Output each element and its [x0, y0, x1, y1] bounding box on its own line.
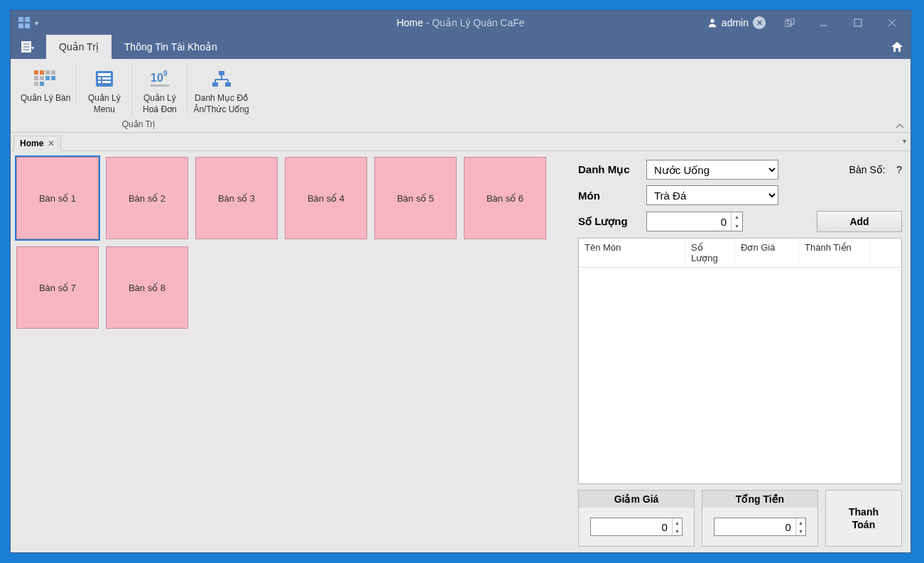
user-pill[interactable]: admin ✕: [702, 16, 771, 29]
table-card[interactable]: Bàn số 3: [195, 157, 278, 239]
order-grid[interactable]: Tên Món Số Lượng Đơn Giá Thành Tiền: [578, 238, 902, 484]
restore-overlap-button[interactable]: [774, 13, 805, 33]
table-card[interactable]: Bàn số 6: [464, 157, 546, 239]
user-close-icon[interactable]: ✕: [753, 16, 766, 29]
quantity-stepper[interactable]: ▲ ▼: [646, 212, 743, 231]
title-page: Home: [396, 17, 423, 28]
add-button[interactable]: Add: [817, 211, 902, 232]
svg-rect-27: [98, 73, 111, 76]
col-empty: [870, 239, 901, 267]
svg-rect-0: [18, 17, 23, 22]
ribbon-label: Quản Lý Bàn: [21, 93, 70, 104]
table-card[interactable]: Bàn số 8: [106, 246, 188, 329]
ribbon-quan-ly-ban[interactable]: Quản Lý Bàn: [15, 63, 77, 106]
svg-rect-16: [34, 70, 38, 75]
spin-down-icon[interactable]: ▼: [796, 527, 805, 535]
svg-rect-24: [34, 82, 38, 86]
close-button[interactable]: [876, 13, 908, 33]
tabstrip-more-icon[interactable]: ▾: [903, 137, 906, 145]
box-giam-gia: Giảm Giá ▲ ▼: [578, 490, 695, 547]
document-tabstrip: Home ✕ ▾: [11, 133, 911, 151]
tong-tien-input[interactable]: [714, 518, 795, 535]
svg-rect-21: [40, 76, 44, 80]
qat-dropdown-icon[interactable]: ▾: [35, 19, 38, 27]
spin-down-icon[interactable]: ▼: [673, 527, 682, 535]
spin-up-icon[interactable]: ▲: [796, 518, 805, 527]
col-so-luong[interactable]: Số Lượng: [685, 239, 735, 267]
svg-rect-35: [219, 71, 224, 75]
svg-rect-22: [45, 76, 50, 80]
doc-tab-label: Home: [20, 138, 43, 148]
giam-gia-stepper[interactable]: ▲ ▼: [590, 518, 683, 536]
spin-down-icon[interactable]: ▼: [732, 222, 742, 231]
ribbon: Quản Lý Bàn Quản LýMenu 109 Quản LýHoá Đ…: [11, 59, 911, 133]
label-danh-muc: Danh Mục: [578, 163, 639, 176]
table-card[interactable]: Bàn số 5: [374, 157, 457, 239]
svg-rect-31: [102, 81, 111, 83]
table-card[interactable]: Bàn số 4: [285, 157, 367, 239]
label-so-luong: Số Lượng: [578, 215, 639, 228]
order-panel: Danh Mục Nước Uống Bàn Số: ? Món Trà Đá …: [578, 157, 905, 547]
menubar: ▾ Quản Trị Thông Tin Tài Khoản: [11, 35, 911, 59]
svg-rect-34: [151, 84, 169, 87]
ribbon-quan-ly-hoa-don[interactable]: 109 Quản LýHoá Đơn: [132, 63, 187, 116]
svg-rect-19: [51, 70, 55, 75]
svg-text:10: 10: [151, 72, 163, 84]
doc-tab-home[interactable]: Home ✕: [13, 136, 61, 151]
ribbon-danh-muc[interactable]: Danh Mục ĐồĂn/Thức Uống: [187, 63, 254, 116]
spin-up-icon[interactable]: ▲: [732, 212, 742, 222]
table-card[interactable]: Bàn số 1: [16, 157, 99, 239]
org-chart-icon: [209, 66, 234, 92]
grid-icon: [33, 66, 58, 92]
svg-rect-8: [854, 19, 862, 26]
tab-thong-tin-tai-khoan[interactable]: Thông Tin Tài Khoản: [112, 35, 230, 59]
svg-rect-3: [25, 23, 30, 28]
user-name: admin: [722, 17, 749, 28]
minimize-button[interactable]: [808, 13, 839, 33]
table-card[interactable]: Bàn số 2: [106, 157, 188, 239]
svg-rect-29: [102, 77, 111, 80]
svg-rect-1: [25, 17, 30, 22]
home-icon[interactable]: [891, 35, 903, 59]
svg-rect-2: [18, 23, 23, 28]
svg-rect-17: [40, 70, 44, 75]
col-don-gia[interactable]: Đơn Giá: [735, 239, 799, 267]
giam-gia-input[interactable]: [591, 518, 672, 535]
app-icon: [18, 16, 31, 29]
spin-up-icon[interactable]: ▲: [673, 518, 682, 527]
label-tong-tien: Tổng Tiền: [702, 491, 817, 508]
col-ten-mon[interactable]: Tên Món: [579, 239, 685, 267]
label-ban-so: Bàn Số:: [849, 164, 886, 175]
svg-text:▾: ▾: [31, 45, 34, 51]
ribbon-collapse-icon[interactable]: [895, 122, 905, 129]
tong-tien-stepper[interactable]: ▲ ▼: [714, 518, 806, 536]
table-card[interactable]: Bàn số 7: [16, 246, 99, 329]
svg-text:9: 9: [163, 70, 168, 77]
exponent-icon: 109: [147, 66, 173, 92]
select-danh-muc[interactable]: Nước Uống: [646, 160, 778, 180]
value-ban-so: ?: [896, 164, 902, 175]
file-menu-button[interactable]: ▾: [11, 35, 46, 59]
maximize-button[interactable]: [842, 13, 874, 33]
svg-rect-25: [40, 82, 44, 86]
workspace: Bàn số 1 Bàn số 2 Bàn số 3 Bàn số 4 Bàn …: [11, 151, 911, 552]
select-mon[interactable]: Trà Đá: [646, 185, 778, 205]
list-icon: [92, 66, 117, 92]
doc-tab-close-icon[interactable]: ✕: [48, 138, 55, 148]
col-thanh-tien[interactable]: Thành Tiền: [799, 239, 870, 267]
title-app: Quản Lý Quán CaFe: [432, 17, 524, 28]
app-window: ▾ Home - Quản Lý Quán CaFe admin ✕: [10, 10, 911, 553]
label-mon: Món: [578, 190, 639, 202]
ribbon-quan-ly-menu[interactable]: Quản LýMenu: [77, 63, 132, 116]
desktop-background: [0, 0, 10, 563]
svg-rect-28: [98, 77, 101, 80]
quantity-input[interactable]: [647, 212, 731, 231]
svg-rect-37: [225, 82, 231, 87]
user-icon: [707, 18, 717, 28]
grid-header: Tên Món Số Lượng Đơn Giá Thành Tiền: [579, 239, 901, 268]
tables-area: Bàn số 1 Bàn số 2 Bàn số 3 Bàn số 4 Bàn …: [16, 157, 571, 547]
tab-quan-tri[interactable]: Quản Trị: [46, 35, 112, 59]
thanh-toan-button[interactable]: ThanhToán: [825, 490, 902, 547]
svg-rect-36: [212, 82, 218, 87]
svg-rect-23: [51, 76, 55, 80]
